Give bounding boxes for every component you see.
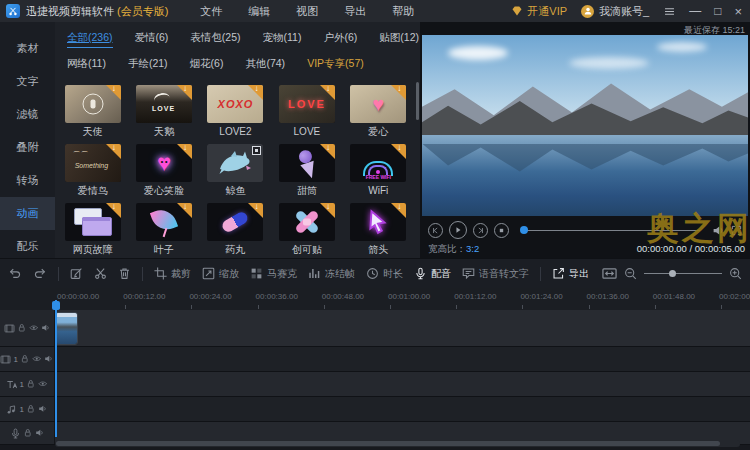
- sticker-thumbnail-band-aid[interactable]: ↓: [279, 203, 335, 241]
- sticker-thumbnail-pill[interactable]: ↓: [207, 203, 263, 241]
- window-menu-icon[interactable]: [663, 5, 676, 18]
- sidebar-item-overlay[interactable]: 叠附: [0, 131, 55, 164]
- track-voice-header[interactable]: [0, 422, 55, 444]
- delete-button[interactable]: [118, 267, 131, 280]
- tab-love[interactable]: 爱情(6): [135, 31, 169, 48]
- tab-hand-drawn[interactable]: 手绘(21): [128, 57, 168, 73]
- zoom-slider-handle[interactable]: [669, 270, 676, 277]
- voice-to-text-button[interactable]: 语音转文字: [462, 267, 529, 281]
- next-frame-button[interactable]: [473, 223, 488, 238]
- timeline-scrollbar[interactable]: [55, 440, 740, 447]
- track-music-lane[interactable]: [55, 397, 750, 421]
- menu-view[interactable]: 视图: [296, 4, 318, 19]
- track-pip-lane[interactable]: [55, 347, 750, 371]
- sticker-item[interactable]: ↓ 甜筒: [271, 137, 342, 196]
- eye-icon[interactable]: [32, 354, 42, 364]
- speaker-icon[interactable]: [44, 354, 54, 364]
- sticker-thumbnail-neon-heart-smiley[interactable]: ♥• •↓: [136, 144, 192, 182]
- tab-outdoor[interactable]: 户外(6): [323, 31, 357, 48]
- sidebar-item-animation[interactable]: 动画: [0, 197, 55, 230]
- fullscreen-icon[interactable]: [731, 225, 742, 236]
- sticker-item[interactable]: ♥↓ 爱心: [343, 78, 414, 137]
- sticker-item[interactable]: FREE WIFI↓ WiFi: [343, 137, 414, 196]
- sidebar-item-material[interactable]: 素材: [0, 32, 55, 65]
- track-text-lane[interactable]: [55, 372, 750, 396]
- open-vip-button[interactable]: 开通VIP: [511, 4, 567, 19]
- lock-icon[interactable]: [23, 428, 33, 438]
- sticker-item[interactable]: ⌒⌒Something↓ 爱情鸟: [57, 137, 128, 196]
- speaker-icon[interactable]: [41, 323, 51, 333]
- menu-export[interactable]: 导出: [344, 4, 366, 19]
- lock-icon[interactable]: [26, 379, 36, 389]
- seek-handle[interactable]: [520, 226, 528, 234]
- export-button[interactable]: 导出: [552, 267, 589, 281]
- sticker-item[interactable]: ↓ 创可贴: [271, 196, 342, 255]
- lock-icon[interactable]: [17, 323, 27, 333]
- tab-pet[interactable]: 宠物(11): [263, 31, 302, 48]
- maximize-button[interactable]: □: [714, 5, 721, 17]
- film-icon[interactable]: [0, 354, 11, 365]
- timeline-zoom-slider[interactable]: [644, 273, 722, 274]
- play-button[interactable]: [449, 221, 467, 239]
- edit-button[interactable]: [70, 267, 83, 280]
- tab-vip[interactable]: VIP专享(57): [307, 57, 364, 73]
- timeline-ruler[interactable]: 00:00:00.0000:00:12.0000:00:24.0000:00:3…: [0, 288, 750, 311]
- scale-button[interactable]: 缩放: [202, 267, 239, 281]
- sidebar-item-filter[interactable]: 滤镜: [0, 98, 55, 131]
- tab-all[interactable]: 全部(236): [67, 31, 113, 48]
- sticker-thumbnail-love-text[interactable]: LOVE↓: [279, 85, 335, 123]
- track-music-header[interactable]: 1: [0, 397, 55, 421]
- lock-icon[interactable]: [26, 404, 36, 414]
- split-button[interactable]: [94, 267, 107, 280]
- minimize-button[interactable]: —: [689, 5, 701, 17]
- tab-sticker[interactable]: 贴图(12): [379, 31, 419, 48]
- close-button[interactable]: ×: [734, 5, 742, 18]
- prev-frame-button[interactable]: [428, 223, 443, 238]
- video-preview[interactable]: [422, 35, 748, 216]
- clock-button[interactable]: 时长: [366, 267, 403, 281]
- sticker-thumbnail-love-birds[interactable]: ⌒⌒Something↓: [65, 144, 121, 182]
- film-icon[interactable]: [4, 323, 15, 334]
- tab-emoji[interactable]: 表情包(25): [190, 31, 240, 48]
- track-text-header[interactable]: 1: [0, 372, 55, 396]
- sidebar-item-text[interactable]: 文字: [0, 65, 55, 98]
- sticker-thumbnail-dolphin[interactable]: [207, 144, 263, 182]
- sticker-thumbnail-angel[interactable]: ↓: [65, 85, 121, 123]
- zoom-out-icon[interactable]: [624, 267, 637, 280]
- crop-button[interactable]: 裁剪: [154, 267, 191, 281]
- tab-firework[interactable]: 烟花(6): [190, 57, 224, 73]
- sticker-item[interactable]: ↓ 药丸: [200, 196, 271, 255]
- sticker-thumbnail-neon-wifi[interactable]: FREE WIFI↓: [350, 144, 406, 182]
- sticker-thumbnail-neon-leaf[interactable]: ↓: [136, 203, 192, 241]
- menu-help[interactable]: 帮助: [392, 4, 414, 19]
- sticker-item[interactable]: ↓ 箭头: [343, 196, 414, 255]
- sticker-item[interactable]: 鲸鱼: [200, 137, 271, 196]
- sticker-item[interactable]: ♥• •↓ 爱心笑脸: [128, 137, 199, 196]
- menu-file[interactable]: 文件: [200, 4, 222, 19]
- menu-edit[interactable]: 编辑: [248, 4, 270, 19]
- aspect-ratio[interactable]: 宽高比：3:2: [428, 243, 479, 256]
- seek-bar[interactable]: [521, 230, 700, 231]
- redo-button[interactable]: [33, 267, 47, 281]
- freeze-frame-button[interactable]: 冻结帧: [308, 267, 355, 281]
- sticker-item[interactable]: ↓ 叶子: [128, 196, 199, 255]
- eye-icon[interactable]: [38, 379, 48, 389]
- lock-icon[interactable]: [20, 354, 30, 364]
- tab-network[interactable]: 网络(11): [67, 57, 106, 73]
- mic-icon[interactable]: [10, 428, 21, 439]
- sticker-item[interactable]: ↓ 网页故障: [57, 196, 128, 255]
- track-pip-header[interactable]: 1: [0, 347, 55, 371]
- timeline-scrollbar-handle[interactable]: [56, 441, 720, 446]
- tab-other[interactable]: 其他(74): [245, 57, 285, 73]
- sticker-thumbnail-xoxo[interactable]: XOXO↓: [207, 85, 263, 123]
- note-icon[interactable]: [6, 404, 17, 415]
- volume-icon[interactable]: [712, 224, 725, 237]
- track-video-header[interactable]: [0, 310, 55, 346]
- playhead-handle[interactable]: [52, 301, 60, 310]
- sticker-thumbnail-swan-love[interactable]: LOVE↓: [136, 85, 192, 123]
- sticker-item[interactable]: LOVE↓ 天鹅: [128, 78, 199, 137]
- account-button[interactable]: 我滴账号_: [581, 4, 649, 19]
- mosaic-button[interactable]: 马赛克: [250, 267, 297, 281]
- sticker-item[interactable]: LOVE↓ LOVE: [271, 78, 342, 137]
- sticker-item[interactable]: XOXO↓ LOVE2: [200, 78, 271, 137]
